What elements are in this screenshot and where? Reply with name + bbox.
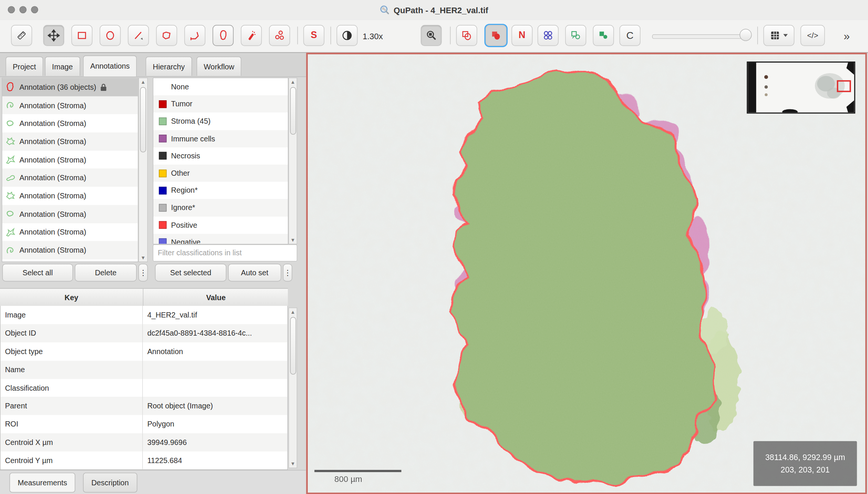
wand-tool-button[interactable]	[241, 25, 262, 46]
classification-row[interactable]: Other	[153, 164, 288, 182]
class-label: Region*	[171, 186, 198, 195]
select-all-button[interactable]: Select all	[2, 264, 73, 281]
show-names-button[interactable]: N	[512, 25, 533, 46]
set-selected-button[interactable]: Set selected	[155, 264, 226, 281]
classification-row[interactable]: Positive	[153, 216, 288, 234]
annotation-row[interactable]: Annotation (Stroma)	[2, 241, 138, 259]
table-row[interactable]: ROIPolygon	[0, 415, 287, 433]
rectangle-tool-button[interactable]	[72, 25, 93, 46]
annotation-row[interactable]: Annotation (Stroma)	[2, 114, 138, 132]
slide-canvas[interactable]	[308, 54, 865, 492]
minimize-window-button[interactable]	[19, 6, 26, 13]
annotation-row[interactable]: Annotation (Stroma)	[2, 223, 138, 241]
opacity-slider-thumb[interactable]	[740, 29, 752, 41]
points-tool-button[interactable]	[269, 25, 290, 46]
classification-row[interactable]: None	[153, 78, 288, 95]
selection-s-button[interactable]: S	[303, 25, 324, 46]
magnification-label[interactable]: 1.30x	[362, 20, 383, 52]
scrollbar-thumb[interactable]	[290, 87, 296, 135]
table-row[interactable]: Image4_HER2_val.tif	[0, 306, 287, 324]
annotation-shape-icon	[5, 190, 16, 201]
scroll-up-icon[interactable]: ▲	[141, 78, 145, 86]
annotation-row[interactable]: Annotation (Stroma)	[2, 169, 138, 187]
classification-row[interactable]: Negative	[153, 234, 288, 244]
fill-annotations-button[interactable]	[486, 25, 507, 46]
scrollbar-thumb[interactable]	[290, 317, 296, 374]
class-color-swatch	[159, 187, 167, 195]
table-icon	[769, 30, 780, 41]
annotation-row[interactable]: Annotation (Stroma)	[2, 205, 138, 223]
classification-list-scrollbar[interactable]: ▲ ▼	[289, 78, 298, 244]
key-column-header[interactable]: Key	[0, 289, 144, 307]
classification-row[interactable]: Tumor	[153, 95, 288, 113]
table-row[interactable]: Centroid X µm39949.9696	[0, 433, 287, 451]
toolbar-overflow-button[interactable]: »	[844, 20, 850, 52]
maximize-window-button[interactable]	[31, 6, 38, 13]
scrollbar-thumb[interactable]	[140, 87, 146, 152]
annotation-list-scrollbar[interactable]: ▲ ▼	[138, 78, 148, 262]
tab-image[interactable]: Image	[45, 57, 80, 76]
classification-row[interactable]: Necrosis	[153, 147, 288, 164]
annotation-more-button[interactable]: ⋮	[138, 264, 148, 281]
slide-viewer[interactable]: 800 µm 38114.86, 9292.99 µm 203, 203, 20…	[306, 53, 867, 494]
tab-hierarchy[interactable]: Hierarchy	[145, 57, 192, 76]
brightness-contrast-button[interactable]	[336, 25, 358, 46]
scroll-down-icon[interactable]: ▼	[290, 460, 295, 468]
selection-mode-button[interactable]	[11, 25, 32, 46]
value-column-header[interactable]: Value	[144, 289, 289, 307]
scroll-down-icon[interactable]: ▼	[290, 236, 295, 244]
measurement-tables-button[interactable]	[763, 25, 794, 46]
scroll-down-icon[interactable]: ▼	[141, 254, 145, 262]
properties-table-scrollbar[interactable]: ▲ ▼	[289, 308, 298, 468]
classification-row[interactable]: Immune cells	[153, 130, 288, 147]
show-classes-button[interactable]: C	[619, 25, 640, 46]
annotation-row[interactable]: Annotation (Stroma)	[2, 259, 138, 262]
polyline-tool-button[interactable]	[184, 25, 205, 46]
tab-workflow[interactable]: Workflow	[197, 57, 241, 76]
tab-annotations[interactable]: Annotations	[83, 55, 137, 77]
annotation-label: Annotation (Stroma)	[19, 101, 86, 109]
scroll-up-icon[interactable]: ▲	[290, 78, 295, 86]
classification-filter-input[interactable]	[153, 244, 298, 262]
show-tma-grid-button[interactable]	[538, 25, 559, 46]
show-annotations-button[interactable]	[456, 25, 477, 46]
fill-detections-button[interactable]	[593, 25, 614, 46]
delete-button[interactable]: Delete	[75, 264, 137, 281]
annotation-row[interactable]: Annotation (Stroma)	[2, 96, 138, 114]
annotation-shape-icon	[5, 136, 16, 147]
close-window-button[interactable]	[8, 6, 15, 13]
annotation-row[interactable]: Annotation (Stroma)	[2, 150, 138, 169]
line-tool-button[interactable]	[128, 25, 149, 46]
overview-inset[interactable]	[747, 61, 855, 114]
classification-row[interactable]: Stroma (45)	[153, 113, 288, 130]
table-row[interactable]: Centroid Y µm11225.684	[0, 452, 287, 470]
annotation-row[interactable]: Annotation (Stroma)	[2, 187, 138, 205]
ellipse-tool-button[interactable]	[99, 25, 121, 46]
auto-set-button[interactable]: Auto set	[228, 264, 281, 281]
opacity-slider-track[interactable]	[652, 34, 749, 39]
tab-description[interactable]: Description	[83, 473, 137, 492]
brush-icon	[217, 29, 229, 41]
table-row[interactable]: Classification	[0, 379, 287, 397]
c-icon: C	[627, 30, 634, 41]
annotation-row[interactable]: Annotation (Stroma)	[2, 132, 138, 150]
tab-measurements[interactable]: Measurements	[9, 473, 75, 492]
brush-tool-button[interactable]	[212, 25, 234, 46]
scalebar	[315, 470, 402, 472]
zoom-to-fit-button[interactable]	[421, 25, 442, 46]
table-row[interactable]: Object typeAnnotation	[0, 342, 287, 361]
table-row[interactable]: Object IDdc2f45a0-8891-4384-8816-4c...	[0, 324, 287, 342]
classification-more-button[interactable]: ⋮	[283, 264, 292, 281]
polygon-tool-button[interactable]	[156, 25, 177, 46]
tab-project[interactable]: Project	[6, 57, 43, 76]
script-editor-button[interactable]: </>	[801, 25, 825, 46]
annotation-row[interactable]: Annotation (36 objects)	[2, 78, 138, 96]
annotation-label: Annotation (Stroma)	[19, 119, 86, 127]
move-tool-button[interactable]	[43, 25, 64, 46]
show-detections-button[interactable]	[565, 25, 586, 46]
table-row[interactable]: ParentRoot object (Image)	[0, 397, 287, 415]
table-row[interactable]: Name	[0, 361, 287, 379]
scroll-up-icon[interactable]: ▲	[290, 308, 295, 316]
classification-row[interactable]: Region*	[153, 182, 288, 199]
classification-row[interactable]: Ignore*	[153, 199, 288, 216]
